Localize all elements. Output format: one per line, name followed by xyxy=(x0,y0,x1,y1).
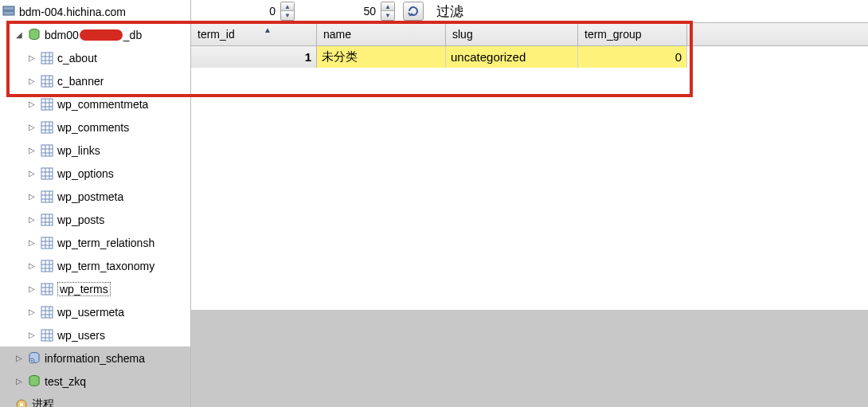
tree-table[interactable]: ▷wp_posts xyxy=(0,208,190,231)
tree-table[interactable]: ▷wp_terms xyxy=(0,277,190,300)
tree-table[interactable]: ▷wp_commentmeta xyxy=(0,92,190,115)
column-header[interactable]: term_group xyxy=(578,23,687,45)
spin-up-icon[interactable]: ▲ xyxy=(381,2,394,11)
tree-table[interactable]: ▷wp_options xyxy=(0,162,190,185)
database-label: test_zkq xyxy=(45,375,86,388)
table-icon xyxy=(40,51,54,65)
main-panel: 0 ▲ ▼ 50 ▲ ▼ 过滤 term_id▲nameslugterm_gro… xyxy=(191,0,868,407)
table-icon xyxy=(40,259,54,273)
tree-table[interactable]: ▷wp_users xyxy=(0,323,190,346)
expand-icon[interactable]: ▷ xyxy=(27,215,37,225)
spin-down-icon[interactable]: ▼ xyxy=(281,11,294,20)
data-grid: term_id▲nameslugterm_group 1未分类uncategor… xyxy=(191,22,868,407)
table-label: wp_terms xyxy=(57,282,111,296)
collapse-icon[interactable]: ◢ xyxy=(14,30,24,40)
database-label: information_schema xyxy=(45,352,145,365)
column-header[interactable]: slug xyxy=(446,23,578,45)
column-header[interactable]: term_id▲ xyxy=(191,23,317,45)
svg-rect-13 xyxy=(41,99,53,110)
expand-icon[interactable]: ▷ xyxy=(27,331,37,340)
table-label: wp_comments xyxy=(57,121,129,134)
cell-slug[interactable]: uncategorized xyxy=(446,46,578,68)
tree-server-item[interactable]: 进程 xyxy=(0,393,190,407)
tree-table[interactable]: ▷wp_usermeta xyxy=(0,300,190,323)
tree-database[interactable]: ▷test_zkq xyxy=(0,370,190,393)
table-icon xyxy=(40,166,54,181)
svg-rect-63 xyxy=(41,330,53,341)
svg-point-72 xyxy=(20,403,23,406)
spin-up-icon[interactable]: ▲ xyxy=(281,2,294,11)
spin-down-icon[interactable]: ▼ xyxy=(381,11,394,20)
toolbar: 0 ▲ ▼ 50 ▲ ▼ 过滤 xyxy=(191,0,868,22)
expand-icon[interactable]: ▷ xyxy=(27,284,37,294)
svg-rect-1 xyxy=(3,11,14,15)
grid-empty-area xyxy=(191,68,868,310)
table-icon xyxy=(40,97,54,112)
expand-icon[interactable]: ▷ xyxy=(27,123,37,132)
svg-rect-53 xyxy=(41,284,53,295)
tree-table[interactable]: ▷wp_links xyxy=(0,139,190,162)
column-label: name xyxy=(323,28,351,41)
table-label: wp_commentmeta xyxy=(57,98,148,111)
server-label: bdm-004.hichina.com xyxy=(19,6,126,18)
column-header[interactable]: name xyxy=(317,23,446,45)
table-icon xyxy=(40,143,54,158)
database-icon xyxy=(27,28,41,42)
table-icon xyxy=(40,305,54,319)
bottom-panel xyxy=(191,310,868,407)
svg-rect-8 xyxy=(41,76,53,87)
table-label: wp_term_taxonomy xyxy=(57,260,154,272)
svg-rect-58 xyxy=(41,307,53,318)
expand-icon[interactable]: ▷ xyxy=(27,307,37,317)
table-row[interactable]: 1未分类uncategorized0 xyxy=(191,46,868,68)
table-icon xyxy=(40,190,54,204)
tree-table[interactable]: ▷c_banner xyxy=(0,69,190,92)
server-item-label: 进程 xyxy=(32,397,54,408)
svg-rect-48 xyxy=(41,260,53,272)
tree-server[interactable]: bdm-004.hichina.com xyxy=(0,0,190,23)
database-icon xyxy=(27,374,41,389)
svg-rect-18 xyxy=(41,122,53,133)
svg-rect-43 xyxy=(41,237,53,249)
expand-icon[interactable]: ▷ xyxy=(27,261,37,271)
grid-header: term_id▲nameslugterm_group xyxy=(191,22,868,46)
offset-spinner[interactable]: 0 ▲ ▼ xyxy=(231,2,295,21)
table-label: wp_options xyxy=(57,167,114,180)
table-label: wp_links xyxy=(57,144,100,157)
table-label: wp_posts xyxy=(57,213,104,226)
cell-term-id[interactable]: 1 xyxy=(191,46,317,68)
expand-icon[interactable]: ▷ xyxy=(14,354,24,363)
expand-icon[interactable]: ▷ xyxy=(27,192,37,202)
expand-icon[interactable]: ▷ xyxy=(27,53,37,63)
limit-spinner[interactable]: 50 ▲ ▼ xyxy=(331,2,395,21)
expand-icon[interactable]: ▷ xyxy=(27,76,37,86)
table-icon xyxy=(40,74,54,88)
tree-table[interactable]: ▷wp_postmeta xyxy=(0,185,190,208)
cell-name[interactable]: 未分类 xyxy=(317,46,446,68)
svg-rect-0 xyxy=(3,6,14,10)
expand-icon[interactable]: ▷ xyxy=(27,100,37,109)
cell-term-group[interactable]: 0 xyxy=(578,46,687,68)
server-icon xyxy=(2,5,16,19)
sidebar: bdm-004.hichina.com ◢ bdm00_db ▷c_about▷… xyxy=(0,0,191,407)
expand-icon[interactable]: ▷ xyxy=(14,377,24,386)
refresh-button[interactable] xyxy=(403,2,424,21)
database-label: bdm00_db xyxy=(45,29,142,41)
table-label: wp_users xyxy=(57,329,105,342)
tree-table[interactable]: ▷wp_term_relationsh xyxy=(0,231,190,254)
filter-label[interactable]: 过滤 xyxy=(436,2,463,21)
expand-icon[interactable]: ▷ xyxy=(27,238,37,248)
table-icon xyxy=(40,120,54,135)
column-label: term_group xyxy=(585,28,642,41)
redacted-mark xyxy=(80,29,123,41)
table-icon xyxy=(40,213,54,227)
tree-table[interactable]: ▷c_about xyxy=(0,46,190,69)
tree-table[interactable]: ▷wp_comments xyxy=(0,115,190,139)
column-label: slug xyxy=(452,28,473,41)
database-icon xyxy=(27,351,41,366)
tree-database[interactable]: ▷information_schema xyxy=(0,346,190,370)
expand-icon[interactable]: ▷ xyxy=(27,169,37,178)
expand-icon[interactable]: ▷ xyxy=(27,146,37,155)
tree-database[interactable]: ◢ bdm00_db xyxy=(0,23,190,46)
tree-table[interactable]: ▷wp_term_taxonomy xyxy=(0,254,190,277)
